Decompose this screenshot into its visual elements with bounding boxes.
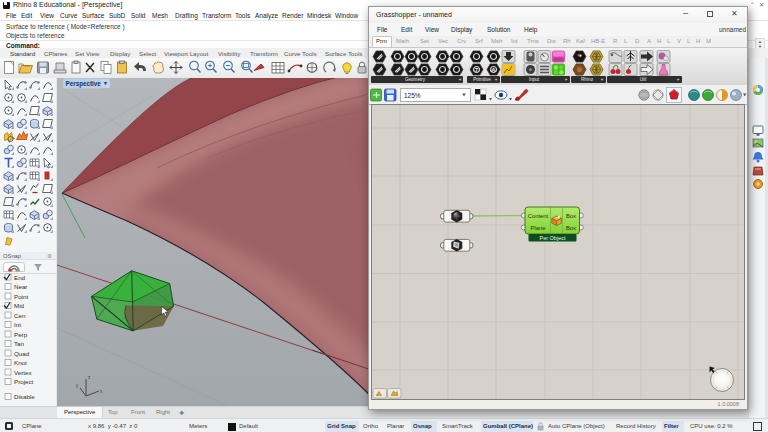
svg-text:Geometry: Geometry (405, 77, 426, 82)
svg-text:Primitive: Primitive (473, 77, 491, 82)
svg-text:+: + (495, 77, 498, 82)
svg-text:Plane: Plane (531, 225, 546, 231)
svg-text:Rhino: Rhino (581, 77, 593, 82)
svg-text:Vertex: Vertex (14, 369, 32, 376)
svg-text:Project: Project (14, 378, 34, 385)
svg-text:Point: Point (14, 293, 28, 300)
svg-text:Util: Util (640, 77, 647, 82)
svg-text:Quad: Quad (14, 350, 30, 357)
svg-text:Tan: Tan (14, 340, 25, 347)
svg-text:Cen: Cen (14, 312, 26, 319)
svg-text:End: End (14, 274, 26, 281)
svg-text:+: + (601, 77, 604, 82)
svg-text:Int: Int (14, 321, 21, 328)
svg-text:Input: Input (529, 77, 540, 82)
svg-text:+: + (459, 77, 462, 82)
svg-text:Perspective: Perspective (66, 80, 102, 88)
svg-text:+: + (677, 77, 680, 82)
svg-text:Knot: Knot (14, 359, 27, 366)
svg-text:125%: 125% (404, 92, 421, 99)
svg-text:Near: Near (14, 283, 27, 290)
svg-text:Per Object: Per Object (540, 235, 566, 241)
svg-text:Box: Box (566, 213, 576, 219)
svg-text:Disable: Disable (14, 393, 35, 400)
svg-text:Content: Content (528, 213, 549, 219)
svg-text:Box: Box (566, 225, 576, 231)
svg-text:Mid: Mid (14, 302, 25, 309)
svg-text:Perp: Perp (14, 331, 28, 338)
svg-text:+: + (565, 77, 568, 82)
svg-text:A: A (491, 67, 496, 73)
